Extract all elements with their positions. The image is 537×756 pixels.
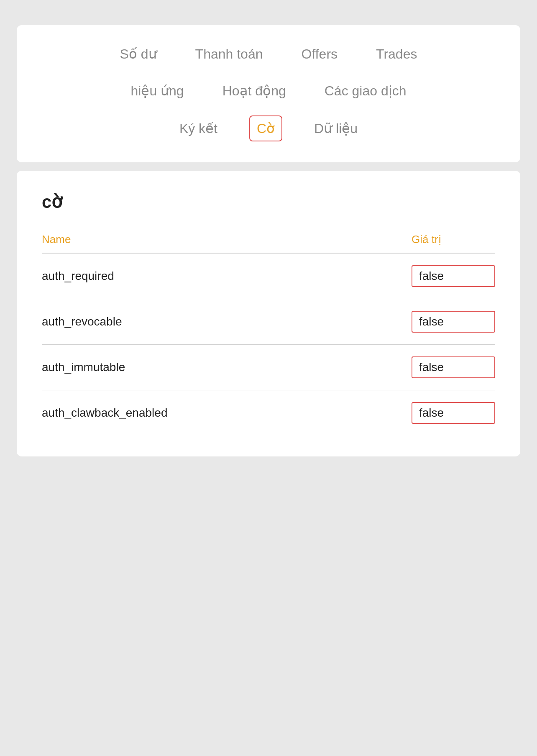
row-name: auth_immutable: [42, 361, 412, 374]
col-header-name: Name: [42, 233, 412, 246]
nav-ky-ket[interactable]: Ký kết: [173, 115, 224, 141]
table-header: Name Giá trị: [42, 229, 495, 254]
row-value: false: [412, 265, 495, 287]
nav-offers[interactable]: Offers: [294, 42, 344, 66]
nav-co[interactable]: Cờ: [249, 115, 282, 141]
row-value: false: [412, 311, 495, 333]
row-name: auth_clawback_enabled: [42, 406, 412, 420]
nav-so-du[interactable]: Số dư: [113, 42, 164, 66]
nav-row-1: Số dư Thanh toán Offers Trades: [42, 42, 495, 66]
table-body: auth_requiredfalseauth_revocablefalseaut…: [42, 254, 495, 436]
nav-hieu-ung[interactable]: hiệu ứng: [124, 79, 190, 103]
nav-thanh-toan[interactable]: Thanh toán: [189, 42, 270, 66]
table-row: auth_revocablefalse: [42, 299, 495, 345]
table-row: auth_requiredfalse: [42, 254, 495, 299]
row-value: false: [412, 402, 495, 424]
col-header-value: Giá trị: [412, 233, 495, 246]
nav-du-lieu[interactable]: Dữ liệu: [307, 115, 364, 141]
nav-card: Số dư Thanh toán Offers Trades hiệu ứng …: [17, 25, 520, 162]
nav-row-2: hiệu ứng Hoạt động Các giao dịch: [42, 79, 495, 103]
table-row: auth_clawback_enabledfalse: [42, 390, 495, 436]
nav-cac-giao-dich[interactable]: Các giao dịch: [318, 79, 413, 103]
row-name: auth_required: [42, 269, 412, 283]
row-name: auth_revocable: [42, 315, 412, 328]
table-row: auth_immutablefalse: [42, 345, 495, 390]
nav-hoat-dong[interactable]: Hoạt động: [216, 79, 293, 103]
nav-trades[interactable]: Trades: [369, 42, 424, 66]
content-card: cờ Name Giá trị auth_requiredfalseauth_r…: [17, 171, 520, 456]
row-value: false: [412, 356, 495, 378]
section-title: cờ: [42, 192, 495, 212]
nav-row-3: Ký kết Cờ Dữ liệu: [42, 115, 495, 141]
